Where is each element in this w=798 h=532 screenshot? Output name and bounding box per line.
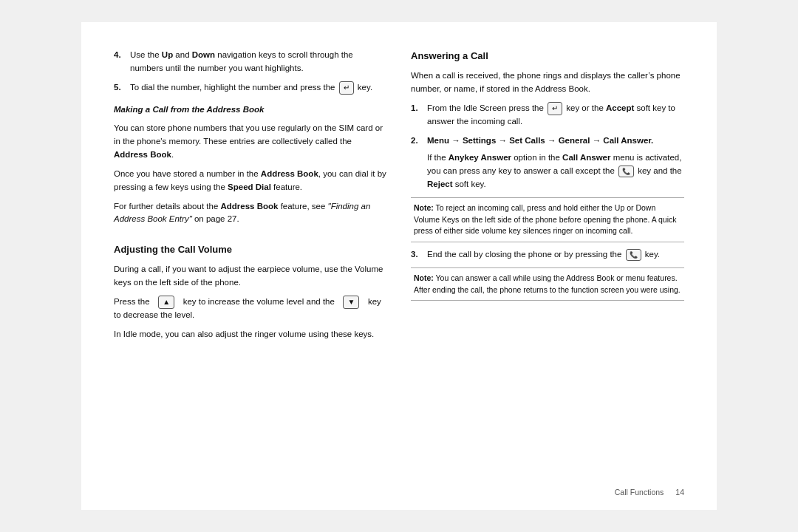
note2-label: Note: [414,273,434,282]
right-item-1: 1. From the Idle Screen press the ↵ key … [411,102,684,129]
right-item-3-num: 3. [411,248,423,262]
right-item-1-num: 1. [411,102,423,129]
adj-para1: During a call, if you want to adjust the… [114,263,387,290]
item-5-num: 5. [114,81,126,95]
down-bold: Down [192,50,215,59]
address-book-bold1: Address Book [114,150,171,159]
note1-text: To reject an incoming call, press and ho… [414,203,677,236]
item-4-num: 4. [114,49,126,75]
address-book-para1: You can store phone numbers that you use… [114,122,387,161]
item-4: 4. Use the Up and Down navigation keys t… [114,49,387,75]
right-column: Answering a Call When a call is received… [411,49,684,489]
anykey-para: If the Anykey Answer option in the Call … [427,151,684,191]
footer-section: Call Functions [615,486,664,498]
dial-key-icon: ↵ [339,81,354,95]
page-footer: Call Functions 14 [615,486,684,498]
note2-text: You can answer a call while using the Ad… [414,273,681,294]
footer-page: 14 [675,486,684,498]
menu-path: Menu → Settings → Set Calls → General → … [427,134,684,148]
down-key-icon: ▼ [343,296,359,309]
note1-label: Note: [414,203,434,212]
right-item-1-content: From the Idle Screen press the ↵ key or … [427,102,684,129]
adj-para3: In Idle mode, you can also adjust the ri… [114,328,387,341]
answering-intro: When a call is received, the phone rings… [411,69,684,96]
left-column: 4. Use the Up and Down navigation keys t… [114,49,387,489]
up-bold: Up [162,50,173,59]
accept-key-icon: ↵ [548,102,562,115]
address-book-bold3: Address Book [220,202,278,211]
address-book-bold2: Address Book [261,169,318,178]
address-book-para2: Once you have stored a number in the Add… [114,168,387,194]
right-item-2-content: Menu → Settings → Set Calls → General → … [427,134,684,191]
right-item-3-content: End the call by closing the phone or by … [427,248,684,262]
adj-para2: Press the ▲ key to increase the volume l… [114,296,387,322]
address-book-para3: For further details about the Address Bo… [114,200,387,227]
answering-heading: Answering a Call [411,49,684,64]
up-key-icon: ▲ [158,296,174,309]
making-call-header: Making a Call from the Address Book [114,103,387,117]
adjusting-volume-heading: Adjusting the Call Volume [114,242,387,257]
note-box-2: Note: You can answer a call while using … [411,267,684,301]
item-5: 5. To dial the number, highlight the num… [114,81,387,95]
right-item-2: 2. Menu → Settings → Set Calls → General… [411,134,684,191]
page: 4. Use the Up and Down navigation keys t… [81,22,717,510]
end-key-icon2: 📞 [626,249,641,262]
end-key-icon1: 📞 [618,166,634,178]
accept-bold: Accept [606,103,634,112]
item-5-content: To dial the number, highlight the number… [130,81,387,95]
right-item-3: 3. End the call by closing the phone or … [411,248,684,262]
speed-dial-bold: Speed Dial [228,183,271,191]
right-item-2-num: 2. [411,134,423,191]
reject-bold: Reject [427,180,453,188]
call-answer-bold: Call Answer [562,153,610,162]
anykey-bold: Anykey Answer [449,153,511,162]
note-box-1: Note: To reject an incoming call, press … [411,197,684,242]
item-4-content: Use the Up and Down navigation keys to s… [130,49,387,75]
